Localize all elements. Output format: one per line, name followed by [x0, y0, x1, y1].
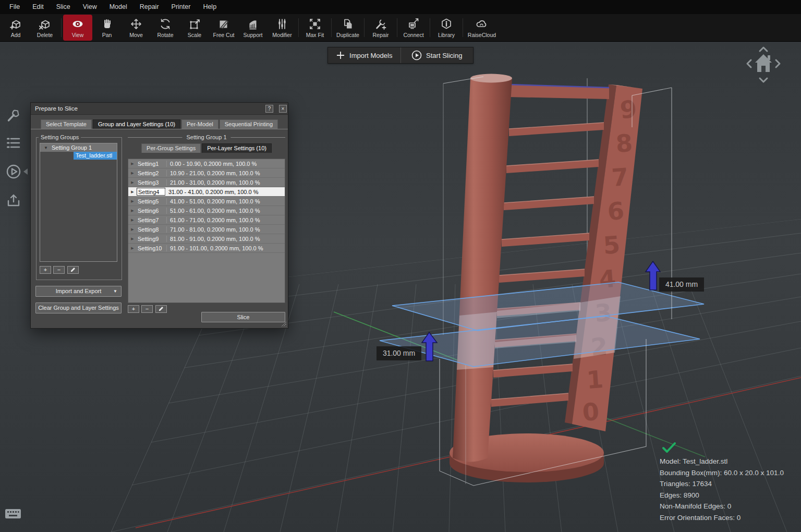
keyboard-shortcuts-button[interactable] — [5, 507, 21, 522]
layer-setting-row[interactable]: ▶ Setting1 0.00 - 10.90, 0.2000 mm, 100.… — [128, 159, 285, 168]
tab-group-layer-settings[interactable]: Group and Layer Settings (10) — [93, 119, 180, 129]
svg-text:0: 0 — [581, 397, 600, 427]
move-button[interactable]: Move — [122, 15, 151, 41]
settings-sidebar-button[interactable] — [6, 107, 21, 125]
clear-group-layer-button[interactable]: Clear Group and Layer Settings — [35, 303, 122, 313]
row-expand-caret-icon[interactable]: ▶ — [128, 209, 137, 213]
home-icon[interactable] — [755, 54, 772, 72]
panel-collapse-arrow[interactable] — [23, 168, 28, 175]
action-bar: Import Models Start Slicing — [327, 47, 474, 64]
group-add-button[interactable]: + — [40, 266, 51, 274]
hand-icon — [100, 17, 114, 31]
measure-label-41mm: 41.00 mm — [659, 277, 704, 292]
dialog-help-button[interactable]: ? — [265, 105, 273, 113]
row-expand-caret-icon[interactable]: ▶ — [128, 199, 137, 203]
wrench-icon — [374, 17, 387, 31]
list-sidebar-button[interactable] — [6, 136, 21, 153]
support-button[interactable]: Support — [238, 15, 268, 41]
dialog-title[interactable]: Prepare to Slice — [31, 103, 288, 115]
eye-icon — [71, 17, 84, 31]
row-expand-caret-icon[interactable]: ▶ — [128, 171, 137, 175]
tab-select-template[interactable]: Select Template — [41, 119, 92, 129]
layer-add-button[interactable]: + — [128, 305, 139, 313]
menu-printer[interactable]: Printer — [165, 0, 197, 14]
group-remove-button[interactable]: − — [53, 266, 65, 274]
connect-button[interactable]: Connect — [399, 15, 428, 41]
import-models-button[interactable]: Import Models — [328, 47, 400, 63]
row-expand-caret-icon[interactable]: ▶ — [128, 237, 137, 241]
play-sidebar-button[interactable] — [6, 164, 21, 182]
menu-model[interactable]: Model — [103, 0, 134, 14]
toolbar-separator — [463, 18, 463, 37]
modifier-sliders-icon — [275, 17, 289, 31]
menu-file[interactable]: File — [3, 0, 26, 14]
row-expand-caret-icon[interactable]: ▶ — [128, 246, 137, 250]
layer-remove-button[interactable]: − — [141, 305, 153, 313]
tree-group-label: Setting Group 1 — [52, 144, 92, 151]
duplicate-button[interactable]: Duplicate — [333, 15, 362, 41]
library-button[interactable]: Library — [432, 15, 461, 41]
layer-setting-row[interactable]: ▶ Setting6 51.00 - 61.00, 0.2000 mm, 100… — [128, 206, 285, 215]
layer-setting-row-selected[interactable]: ▶ Setting4 31.00 - 41.00, 0.2000 mm, 100… — [128, 187, 285, 197]
per-layer-settings-list: ▶ Setting1 0.00 - 10.90, 0.2000 mm, 100.… — [128, 159, 285, 303]
info-model: Model: Test_ladder.stl — [660, 456, 784, 467]
scale-button[interactable]: Scale — [180, 15, 209, 41]
nav-down-chevron[interactable] — [760, 78, 767, 82]
layer-setting-row[interactable]: ▶ Setting7 61.00 - 71.00, 0.2000 mm, 100… — [128, 215, 285, 225]
pan-button[interactable]: Pan — [92, 15, 122, 41]
nav-up-chevron[interactable] — [760, 47, 767, 51]
layer-setting-row[interactable]: ▶ Setting2 10.90 - 21.00, 0.2000 mm, 100… — [128, 168, 285, 178]
add-button[interactable]: Add — [1, 15, 30, 41]
layer-setting-row[interactable]: ▶ Setting9 81.00 - 91.00, 0.2000 mm, 100… — [128, 234, 285, 244]
keyboard-icon — [5, 507, 21, 520]
menu-help[interactable]: Help — [197, 0, 223, 14]
dialog-resize-grip[interactable] — [281, 321, 286, 327]
view-button[interactable]: View — [63, 15, 92, 41]
info-error-faces: Error Orientation Faces: 0 — [660, 512, 784, 524]
menu-repair[interactable]: Repair — [134, 0, 165, 14]
tab-per-layer-settings[interactable]: Per-Layer Settings (10) — [202, 143, 272, 153]
menu-view[interactable]: View — [77, 0, 103, 14]
pencil-icon — [158, 306, 164, 312]
row-expand-caret-icon[interactable]: ▶ — [128, 218, 137, 222]
layer-edit-button[interactable] — [155, 305, 167, 313]
row-expand-caret-icon[interactable]: ▶ — [128, 227, 137, 232]
setting-groups-label: Setting Groups — [39, 134, 81, 140]
tab-per-group-settings[interactable]: Per-Group Settings — [141, 143, 201, 153]
layer-setting-row[interactable]: ▶ Setting5 41.00 - 51.00, 0.2000 mm, 100… — [128, 197, 285, 206]
layer-setting-row[interactable]: ▶ Setting3 21.00 - 31.00, 0.2000 mm, 100… — [128, 178, 285, 187]
connect-printer-icon — [407, 17, 420, 31]
tree-item-setting-group-1[interactable]: ▼ Setting Group 1 — [40, 143, 117, 152]
max-fit-button[interactable]: Max Fit — [300, 15, 330, 41]
setting-groups-box: Setting Groups ▼ Setting Group 1 Test_la… — [36, 137, 122, 280]
toolbar-separator — [61, 18, 62, 37]
group-edit-button[interactable] — [67, 266, 79, 274]
row-expand-caret-icon[interactable]: ▶ — [128, 162, 137, 166]
layer-setting-row[interactable]: ▶ Setting10 91.00 - 101.00, 0.2000 mm, 1… — [128, 244, 285, 253]
row-expand-caret-icon[interactable]: ▶ — [128, 190, 137, 194]
slice-button[interactable]: Slice — [201, 312, 285, 322]
svg-text:6: 6 — [606, 197, 625, 226]
nav-right-chevron[interactable] — [776, 60, 780, 67]
tab-per-model[interactable]: Per-Model — [181, 119, 219, 129]
check-icon — [662, 442, 676, 454]
menu-slice[interactable]: Slice — [50, 0, 77, 14]
export-sidebar-button[interactable] — [6, 193, 21, 211]
layer-setting-row[interactable]: ▶ Setting8 71.00 - 81.00, 0.2000 mm, 100… — [128, 225, 285, 234]
delete-button[interactable]: Delete — [30, 15, 59, 41]
dialog-close-button[interactable]: × — [279, 105, 287, 113]
import-export-button[interactable]: Import and Export ▼ — [35, 286, 122, 297]
tree-expand-caret-icon[interactable]: ▼ — [44, 144, 48, 152]
rotate-button[interactable]: Rotate — [151, 15, 180, 41]
tree-item-test-ladder[interactable]: Test_ladder.stl — [74, 152, 117, 160]
nav-left-chevron[interactable] — [747, 60, 751, 67]
row-expand-caret-icon[interactable]: ▶ — [128, 180, 137, 185]
menubar: File Edit Slice View Model Repair Printe… — [0, 0, 801, 14]
start-slicing-button[interactable]: Start Slicing — [400, 47, 474, 63]
raisecloud-button[interactable]: RaiseCloud — [465, 15, 499, 41]
repair-button[interactable]: Repair — [366, 15, 395, 41]
modifier-button[interactable]: Modifier — [268, 15, 297, 41]
tab-sequential-printing[interactable]: Sequential Printing — [220, 119, 278, 129]
free-cut-button[interactable]: Free Cut — [209, 15, 238, 41]
menu-edit[interactable]: Edit — [26, 0, 50, 14]
